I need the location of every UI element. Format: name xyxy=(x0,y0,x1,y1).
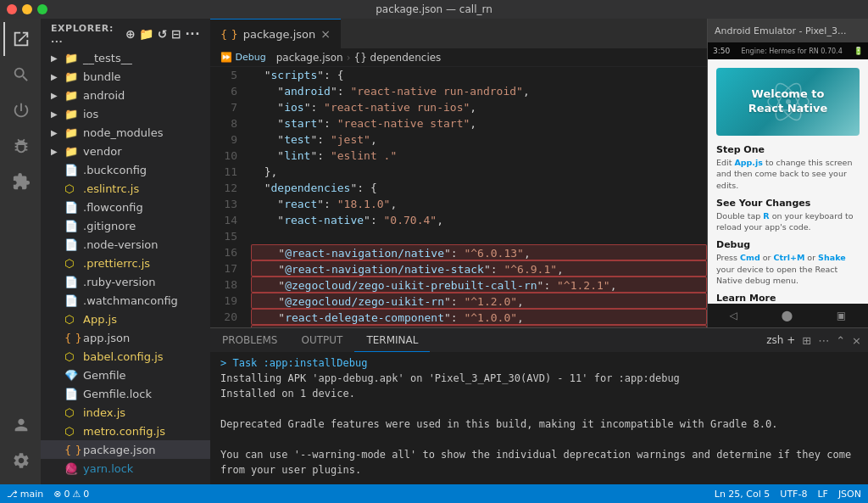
activity-icon-search[interactable] xyxy=(3,58,37,92)
nav-recent-icon[interactable]: ▣ xyxy=(837,310,846,321)
file-name: .node-version xyxy=(83,238,159,251)
tree-item-yarnlock[interactable]: ▶ 🧶 yarn.lock xyxy=(41,459,210,478)
tree-item-prettierrc[interactable]: ▶ ⬡ .prettierrc.js xyxy=(41,254,210,272)
tree-item-ruby-version[interactable]: ▶ 📄 .ruby-version xyxy=(41,272,210,291)
rn-hero-text: Welcome toReact Native xyxy=(748,87,828,116)
file-name: babel.config.js xyxy=(83,350,164,363)
panel-tabs: PROBLEMS OUTPUT TERMINAL zsh + ⊞ ⋯ ⌃ × xyxy=(210,328,868,352)
line-ending-label: LF xyxy=(817,489,827,500)
folder-icon: 📁 xyxy=(64,145,80,158)
split-terminal-icon[interactable]: ⊞ xyxy=(802,334,811,347)
tree-item-packagejson[interactable]: ▶ { } package.json xyxy=(41,440,210,459)
activity-icon-git[interactable] xyxy=(3,93,37,127)
sidebar-title: EXPLORER: ... xyxy=(51,23,125,45)
tree-item-metroconfig[interactable]: ▶ ⬡ metro.config.js xyxy=(41,422,210,440)
tree-item-appjs[interactable]: ▶ ⬡ App.js xyxy=(41,310,210,328)
editor-area: { } package.json × ⏩ Debug package.json … xyxy=(210,19,707,327)
more-icon[interactable]: ··· xyxy=(185,27,200,41)
folder-icon: 📁 xyxy=(64,89,80,102)
tree-item-gemfilelock[interactable]: ▶ 📄 Gemfile.lock xyxy=(41,384,210,403)
arrow-icon: ▶ xyxy=(51,53,64,63)
tree-item-appjson[interactable]: ▶ { } app.json xyxy=(41,328,210,347)
status-encoding[interactable]: UTF-8 xyxy=(780,489,807,500)
status-language[interactable]: JSON xyxy=(838,489,861,500)
tree-item-node-modules[interactable]: ▶ 📁 node_modules xyxy=(41,123,210,142)
activity-icon-extensions[interactable] xyxy=(3,165,37,198)
status-line-ending[interactable]: LF xyxy=(817,489,827,500)
sidebar: EXPLORER: ... ⊕ 📁 ↺ ⊟ ··· ▶ 📁 __tests__ … xyxy=(41,19,210,484)
close-panel-icon[interactable]: × xyxy=(852,334,861,347)
emulator-nav-bar: ◁ ⬤ ▣ xyxy=(708,304,868,327)
folder-icon: 📁 xyxy=(64,108,80,120)
maximize-panel-icon[interactable]: ⌃ xyxy=(836,334,845,347)
code-line: "lint": "eslint ." xyxy=(251,148,707,164)
tree-item-vendor[interactable]: ▶ 📁 vendor xyxy=(41,142,210,160)
code-editor: 56789 1011121314 1516171819 2021222324 2… xyxy=(210,67,707,327)
activity-bar xyxy=(0,19,41,484)
file-icon: ⬡ xyxy=(64,313,80,326)
code-line: "test": "jest", xyxy=(251,131,707,148)
panel-tab-problems[interactable]: PROBLEMS xyxy=(210,328,290,352)
tree-item-android[interactable]: ▶ 📁 android xyxy=(41,86,210,104)
rn-section-title: Learn More xyxy=(716,293,860,304)
tree-item-watchmanconfig[interactable]: ▶ 📄 .watchmanconfig xyxy=(41,291,210,310)
rn-section-title: Step One xyxy=(716,144,860,155)
code-line: "ios": "react-native run-ios", xyxy=(251,99,707,115)
activity-icon-account[interactable] xyxy=(3,408,37,442)
close-button[interactable] xyxy=(7,4,17,14)
emulator-app-content[interactable]: Welcome toReact Native Step One Edit App… xyxy=(708,59,868,304)
file-icon: 📄 xyxy=(64,201,80,214)
tab-bar: { } package.json × xyxy=(210,19,707,48)
tab-close-icon[interactable]: × xyxy=(320,27,331,41)
code-line xyxy=(251,228,707,244)
tree-item-node-version[interactable]: ▶ 📄 .node-version xyxy=(41,235,210,254)
file-name: android xyxy=(83,89,125,102)
collapse-icon[interactable]: ⊟ xyxy=(171,27,181,41)
tab-package-json[interactable]: { } package.json × xyxy=(210,19,341,48)
panel-tab-terminal[interactable]: TERMINAL xyxy=(354,328,430,352)
tree-item-gemfile[interactable]: ▶ 💎 Gemfile xyxy=(41,366,210,384)
rn-hero: Welcome toReact Native xyxy=(716,68,860,136)
file-name: Gemfile xyxy=(83,369,126,382)
file-tree: ▶ 📁 __tests__ ▶ 📁 bundle ▶ 📁 android ▶ 📁… xyxy=(41,48,210,484)
file-name: .ruby-version xyxy=(83,276,155,288)
tree-item-bundle[interactable]: ▶ 📁 bundle xyxy=(41,67,210,86)
tree-item-ios[interactable]: ▶ 📁 ios xyxy=(41,104,210,123)
rn-section-text: Press Cmd or Ctrl+M or Shake your device… xyxy=(716,252,860,286)
error-icon: ⊗ xyxy=(53,489,61,500)
window-title: package.json — call_rn xyxy=(376,3,492,15)
terminal-content[interactable]: > Task :app:installDebug Installing APK … xyxy=(210,352,868,484)
minimize-button[interactable] xyxy=(22,4,32,14)
nav-back-icon[interactable]: ◁ xyxy=(730,310,737,321)
rn-section-learn-more: Learn More Read the docs to discover wha… xyxy=(716,293,860,304)
terminal-line: > Task :app:installDebug xyxy=(220,355,858,371)
code-content[interactable]: 56789 1011121314 1516171819 2021222324 2… xyxy=(210,67,707,327)
activity-icon-settings[interactable] xyxy=(3,444,37,478)
maximize-button[interactable] xyxy=(37,4,47,14)
terminal-options-icon[interactable]: ⋯ xyxy=(818,334,829,347)
terminal-line: Installed on 1 device. xyxy=(220,386,858,401)
tree-item-eslintrc[interactable]: ▶ ⬡ .eslintrc.js xyxy=(41,179,210,198)
code-line: "start": "react-native start", xyxy=(251,115,707,131)
status-position[interactable]: Ln 25, Col 5 xyxy=(715,489,771,500)
tree-item-babelconfig[interactable]: ▶ ⬡ babel.config.js xyxy=(41,347,210,366)
file-name: .buckconfig xyxy=(83,164,147,176)
activity-icon-debug[interactable] xyxy=(3,129,37,163)
tree-item-flowconfig[interactable]: ▶ 📄 .flowconfig xyxy=(41,198,210,216)
arrow-icon: ▶ xyxy=(51,109,64,119)
nav-home-icon[interactable]: ⬤ xyxy=(782,310,793,321)
status-errors[interactable]: ⊗ 0 ⚠ 0 xyxy=(53,489,89,500)
file-icon: 📄 xyxy=(64,276,80,288)
refresh-icon[interactable]: ↺ xyxy=(158,27,168,41)
tree-item-tests[interactable]: ▶ 📁 __tests__ xyxy=(41,48,210,67)
status-branch[interactable]: ⎇ main xyxy=(7,489,43,500)
tree-item-gitignore[interactable]: ▶ 📄 .gitignore xyxy=(41,216,210,235)
new-file-icon[interactable]: ⊕ xyxy=(125,27,136,41)
panel-tab-output[interactable]: OUTPUT xyxy=(290,328,355,352)
tree-item-buckconfig[interactable]: ▶ 📄 .buckconfig xyxy=(41,160,210,179)
tree-item-indexjs[interactable]: ▶ ⬡ index.js xyxy=(41,403,210,422)
activity-icon-explorer[interactable] xyxy=(3,22,37,56)
file-name: .flowconfig xyxy=(83,201,143,214)
new-folder-icon[interactable]: 📁 xyxy=(139,27,154,41)
code-line-highlighted: "@react-navigation/native": "^6.0.13", xyxy=(251,244,707,260)
